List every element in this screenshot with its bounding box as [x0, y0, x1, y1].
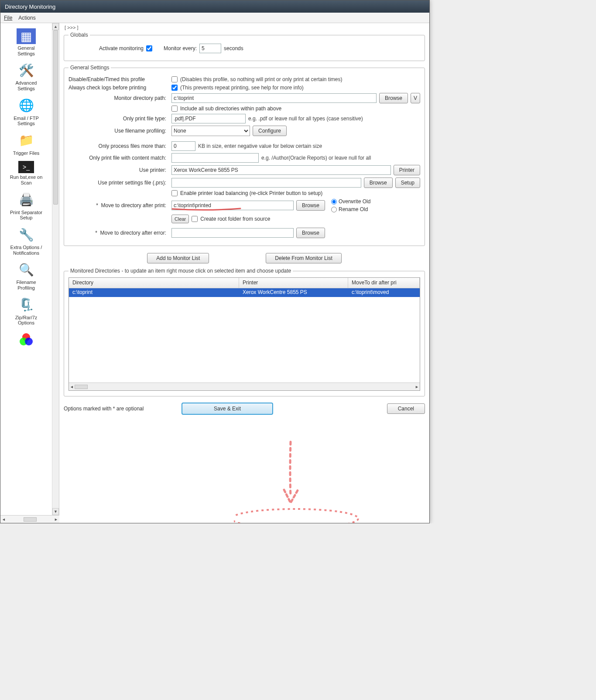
create-root-checkbox[interactable] — [192, 216, 198, 222]
rename-radio[interactable]: Rename Old — [331, 206, 370, 212]
only-size-input[interactable] — [171, 141, 195, 151]
disable-profile-checkbox[interactable] — [171, 76, 178, 82]
scroll-thumb[interactable] — [53, 30, 58, 205]
main-panel: [ >>> ] Globals Activate monitoring Moni… — [59, 23, 429, 523]
seconds-label: seconds — [224, 45, 243, 51]
configure-button[interactable]: Configure — [253, 126, 287, 136]
folder-icon: 📁 — [17, 132, 35, 149]
prs-browse-button[interactable]: Browse — [364, 178, 393, 188]
general-legend: General Settings — [69, 65, 111, 71]
only-size-hint: KB in size, enter negative value for bel… — [198, 143, 322, 149]
sidebar-item-general-settings[interactable]: ▦General Settings — [0, 26, 52, 59]
always-check-checkbox[interactable] — [171, 85, 178, 91]
include-sub-label: Include all sub directories within path … — [180, 106, 281, 112]
prs-input[interactable] — [171, 178, 361, 188]
sidebar-item-extra-options[interactable]: 🔧Extra Options / Notifications — [0, 223, 52, 258]
filename-profiling-select[interactable]: None — [171, 126, 250, 136]
monitored-group: Monitored Directories - to update an ite… — [64, 268, 425, 396]
sidebar-item-color[interactable] — [0, 328, 52, 352]
create-root-label: Create root folder from source — [200, 216, 270, 222]
only-print-type-input[interactable] — [171, 114, 246, 123]
always-check-hint: (This prevents repeat printing, see help… — [180, 85, 304, 91]
sidebar-item-print-separator[interactable]: 🖨️Print Separator Setup — [0, 188, 52, 223]
table-header: Directory Printer MoveTo dir after pri — [69, 278, 420, 288]
use-printer-label: Use printer: — [69, 167, 169, 173]
footer-note: Options marked with * are optional — [64, 406, 173, 412]
hscroll-thumb[interactable] — [75, 385, 88, 389]
move-after-error-label: Move to directory after error: — [100, 230, 166, 236]
filename-profiling-label: Use filename profiling: — [69, 128, 169, 134]
overwrite-radio[interactable]: Overwrite Old — [331, 198, 370, 205]
sidebar-hscroll[interactable]: ◄ ► — [0, 515, 59, 523]
general-settings-group: General Settings Disable/Enable/Timed th… — [64, 65, 425, 246]
monitor-every-input[interactable] — [199, 44, 221, 53]
magnifier-icon: 🔍 — [17, 261, 35, 278]
setup-button[interactable]: Setup — [395, 178, 420, 188]
scroll-left-icon[interactable]: ◄ — [2, 517, 6, 522]
v-button[interactable]: V — [411, 93, 420, 103]
move-after-print-label: Move to directory after print: — [101, 202, 166, 208]
load-balancing-checkbox[interactable] — [171, 190, 178, 196]
sidebar-item-trigger-files[interactable]: 📁Trigger Files — [0, 129, 52, 159]
col-moveto[interactable]: MoveTo dir after pri — [348, 278, 420, 288]
breadcrumb[interactable]: [ >>> ] — [65, 25, 425, 30]
app-window: Directory Monitoring File Actions ▦Gener… — [0, 0, 430, 523]
globals-group: Globals Activate monitoring Monitor ever… — [64, 32, 425, 61]
monitored-table: Directory Printer MoveTo dir after pri c… — [69, 277, 420, 391]
hscroll-thumb[interactable] — [24, 517, 37, 522]
col-directory[interactable]: Directory — [69, 278, 239, 288]
always-check-label: Always check logs before printing — [69, 85, 169, 91]
add-to-list-button[interactable]: Add to Monitor List — [147, 253, 209, 263]
monitored-legend: Monitored Directories - to update an ite… — [69, 268, 293, 274]
sidebar-item-email-ftp[interactable]: 🌐Email / FTP Settings — [0, 94, 52, 129]
archive-icon: 🗜️ — [17, 296, 35, 314]
tools-icon: 🛠️ — [17, 61, 35, 79]
sidebar-item-run-bat[interactable]: >_Run bat,exe on Scan — [0, 158, 52, 188]
svg-point-2 — [25, 338, 33, 345]
content-match-hint: e.g. /Author(Oracle Reports) or leave nu… — [261, 155, 371, 161]
monitor-path-input[interactable] — [171, 93, 377, 103]
disable-profile-label: Disable/Enable/Timed this profile — [69, 76, 169, 82]
col-printer[interactable]: Printer — [239, 278, 348, 288]
scroll-left-icon[interactable]: ◄ — [70, 385, 74, 389]
cancel-button[interactable]: Cancel — [387, 403, 425, 414]
monitor-path-browse-button[interactable]: Browse — [379, 93, 408, 103]
scroll-down-icon[interactable]: ▼ — [52, 508, 59, 515]
table-row[interactable]: c:\toprint Xerox WorkCentre 5855 PS c:\t… — [69, 288, 420, 297]
scroll-right-icon[interactable]: ► — [415, 385, 419, 389]
sidebar-scrollbar[interactable]: ▲ ▼ — [52, 23, 59, 515]
printer-button[interactable]: Printer — [394, 165, 420, 175]
globe-icon: 🌐 — [17, 97, 35, 114]
annotation-arrow — [273, 437, 308, 512]
sidebar: ▦General Settings 🛠️Advanced Settings 🌐E… — [0, 23, 52, 515]
sidebar-item-advanced-settings[interactable]: 🛠️Advanced Settings — [0, 59, 52, 94]
scroll-up-icon[interactable]: ▲ — [52, 23, 59, 30]
rgb-icon — [17, 331, 35, 348]
table-hscroll[interactable]: ◄ ► — [69, 382, 420, 390]
window-title: Directory Monitoring — [5, 3, 55, 10]
printer-icon: 🖨️ — [17, 191, 35, 208]
move-after-error-input[interactable] — [171, 228, 294, 238]
clear-button[interactable]: Clear — [171, 215, 189, 223]
menu-actions[interactable]: Actions — [18, 15, 35, 21]
scroll-right-icon[interactable]: ► — [54, 517, 58, 522]
activate-monitoring-checkbox[interactable] — [146, 45, 152, 51]
sidebar-item-zip-options[interactable]: 🗜️Zip/Rar/7z Options — [0, 294, 52, 328]
gear-icon: ▦ — [17, 28, 36, 44]
use-printer-input[interactable] — [171, 165, 391, 175]
delete-from-list-button[interactable]: Delete From Monitor List — [266, 253, 341, 263]
sidebar-item-filename-profiling[interactable]: 🔍Filename Profiling — [0, 258, 52, 293]
move-after-error-browse-button[interactable]: Browse — [296, 228, 325, 238]
move-after-print-input[interactable] — [171, 201, 294, 210]
disable-profile-hint: (Disables this profile, so nothing will … — [180, 76, 342, 82]
terminal-icon: >_ — [18, 161, 34, 173]
monitor-every-label: Monitor every: — [164, 45, 197, 51]
only-size-label: Only process files more than: — [69, 143, 169, 149]
content-match-input[interactable] — [171, 153, 259, 163]
load-balancing-label: Enable printer load balancing (re-click … — [180, 190, 322, 196]
include-sub-checkbox[interactable] — [171, 106, 178, 112]
save-exit-button[interactable]: Save & Exit — [182, 403, 273, 415]
move-after-print-browse-button[interactable]: Browse — [296, 200, 325, 211]
menu-file[interactable]: File — [4, 15, 12, 21]
globals-legend: Globals — [69, 32, 90, 38]
